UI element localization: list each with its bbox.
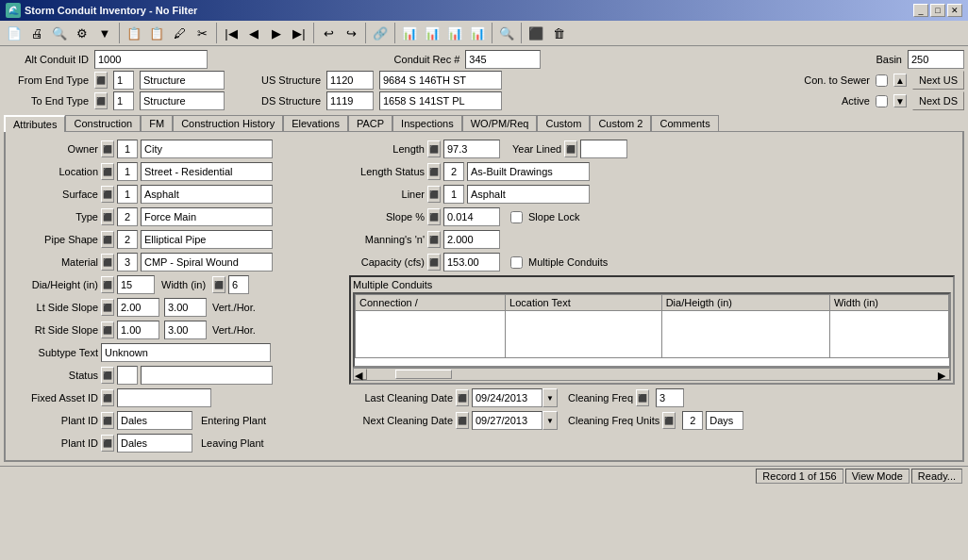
chart-button-1[interactable]: 📊: [399, 23, 420, 43]
alt-conduit-id-input[interactable]: [94, 50, 208, 69]
length-value[interactable]: [443, 140, 500, 158]
nav-prev[interactable]: ◀: [243, 23, 264, 43]
link-button[interactable]: 🔗: [370, 23, 391, 43]
redo-button[interactable]: ↪: [341, 23, 361, 43]
close-button[interactable]: ✕: [947, 4, 962, 17]
maximize-button[interactable]: □: [930, 4, 945, 17]
from-end-type-value[interactable]: [140, 71, 225, 90]
chart-button-4[interactable]: 📊: [467, 23, 488, 43]
cut-button[interactable]: ✂: [192, 23, 212, 43]
surface-code[interactable]: [117, 185, 138, 204]
from-end-type-code[interactable]: [113, 71, 134, 90]
next-us-button[interactable]: Next US: [912, 71, 964, 90]
to-end-type-value[interactable]: [140, 91, 225, 110]
length-status-value[interactable]: [467, 162, 590, 181]
rt-slope-v1[interactable]: [117, 321, 159, 339]
pipe-shape-value[interactable]: [141, 230, 273, 249]
width-value[interactable]: [228, 275, 249, 294]
next-cleaning-date-arrow[interactable]: ▼: [542, 411, 558, 430]
slope-lock-checkbox[interactable]: [510, 211, 523, 223]
capacity-value[interactable]: [443, 253, 500, 272]
delete-button[interactable]: 🗑: [548, 23, 569, 43]
owner-value[interactable]: [141, 140, 273, 158]
material-icon[interactable]: ⬛: [101, 254, 114, 271]
tab-custom-2[interactable]: Custom 2: [590, 115, 651, 132]
fixed-asset-icon[interactable]: ⬛: [101, 389, 114, 406]
lt-slope-icon[interactable]: ⬛: [101, 299, 114, 316]
next-ds-button[interactable]: Next DS: [912, 91, 964, 110]
mannings-value[interactable]: [443, 230, 500, 249]
nav-last[interactable]: ▶|: [289, 23, 309, 43]
nav-down-arrow[interactable]: ▼: [893, 94, 907, 107]
tab-inspections[interactable]: Inspections: [392, 115, 462, 132]
next-cleaning-date-value[interactable]: [472, 411, 542, 430]
plant-id-value-1[interactable]: [117, 411, 192, 430]
tab-construction[interactable]: Construction: [65, 115, 141, 132]
rt-slope-v2[interactable]: [164, 321, 207, 339]
status-icon[interactable]: ⬛: [101, 367, 114, 384]
ds-structure-address[interactable]: [379, 91, 502, 110]
length-status-code[interactable]: [443, 162, 464, 181]
tab-fm[interactable]: FM: [141, 115, 173, 132]
length-icon[interactable]: ⬛: [427, 140, 441, 157]
lt-slope-v2[interactable]: [164, 298, 207, 317]
cleaning-freq-icon[interactable]: ⬛: [636, 389, 649, 406]
status-code[interactable]: [117, 366, 138, 385]
scroll-right-btn[interactable]: ▶: [937, 369, 950, 380]
ds-structure-code[interactable]: [326, 91, 374, 110]
basin-input[interactable]: [908, 50, 964, 69]
filter-button[interactable]: ▼: [94, 23, 115, 43]
location-value[interactable]: [141, 162, 273, 181]
chart-button-3[interactable]: 📊: [444, 23, 465, 43]
liner-icon[interactable]: ⬛: [427, 186, 441, 203]
table-hscrollbar[interactable]: ◀ ▶: [353, 368, 951, 381]
lt-slope-v1[interactable]: [117, 298, 159, 317]
active-checkbox[interactable]: [876, 95, 888, 107]
tab-wo-pm-req[interactable]: WO/PM/Req: [462, 115, 538, 132]
location-code[interactable]: [117, 162, 138, 181]
dia-height-value[interactable]: [117, 275, 155, 294]
paste-button[interactable]: 📋: [146, 23, 167, 43]
fixed-asset-id-value[interactable]: [117, 388, 211, 407]
new-button[interactable]: 📄: [4, 23, 25, 43]
surface-value[interactable]: [141, 185, 273, 204]
nav-up-arrow[interactable]: ▲: [893, 74, 907, 87]
cleaning-freq-units-days[interactable]: [706, 411, 743, 430]
us-structure-code[interactable]: [326, 71, 374, 90]
cleaning-freq-units-code[interactable]: [682, 411, 703, 430]
length-status-icon[interactable]: ⬛: [427, 163, 441, 180]
cleaning-freq-units-icon[interactable]: ⬛: [662, 412, 676, 429]
plant-id-icon-2[interactable]: ⬛: [101, 435, 114, 452]
mannings-icon[interactable]: ⬛: [427, 231, 441, 248]
edit-button[interactable]: 🖊: [169, 23, 190, 43]
rt-slope-icon[interactable]: ⬛: [101, 321, 114, 338]
pipe-shape-code[interactable]: [117, 230, 138, 249]
slope-pct-value[interactable]: [443, 207, 500, 226]
con-to-sewer-checkbox[interactable]: [876, 74, 888, 87]
to-end-type-icon[interactable]: ⬛: [94, 92, 108, 109]
dia-height-icon[interactable]: ⬛: [101, 276, 114, 293]
chart-button-2[interactable]: 📊: [422, 23, 442, 43]
tab-comments[interactable]: Comments: [651, 115, 718, 132]
tab-attributes[interactable]: Attributes: [4, 115, 65, 132]
next-cleaning-icon[interactable]: ⬛: [456, 412, 469, 429]
from-end-type-icon[interactable]: ⬛: [94, 72, 108, 89]
print-button[interactable]: 🖨: [26, 23, 47, 43]
material-value[interactable]: [141, 253, 273, 272]
zoom-button[interactable]: 🔍: [496, 23, 517, 43]
last-cleaning-date-dropdown[interactable]: ▼: [472, 388, 558, 407]
to-end-type-code[interactable]: [113, 91, 134, 110]
type-value[interactable]: [141, 207, 273, 226]
owner-icon[interactable]: ⬛: [101, 140, 114, 157]
tab-construction-history[interactable]: Construction History: [173, 115, 283, 132]
owner-code[interactable]: [117, 140, 138, 158]
type-icon[interactable]: ⬛: [101, 208, 114, 225]
width-icon[interactable]: ⬛: [212, 276, 225, 293]
undo-button[interactable]: ↩: [318, 23, 339, 43]
us-structure-address[interactable]: [379, 71, 502, 90]
plant-id-value-2[interactable]: [117, 434, 192, 453]
last-cleaning-date-value[interactable]: [472, 388, 542, 407]
slope-pct-icon[interactable]: ⬛: [427, 208, 441, 225]
settings-button[interactable]: ⚙: [72, 23, 92, 43]
plant-id-icon-1[interactable]: ⬛: [101, 412, 114, 429]
